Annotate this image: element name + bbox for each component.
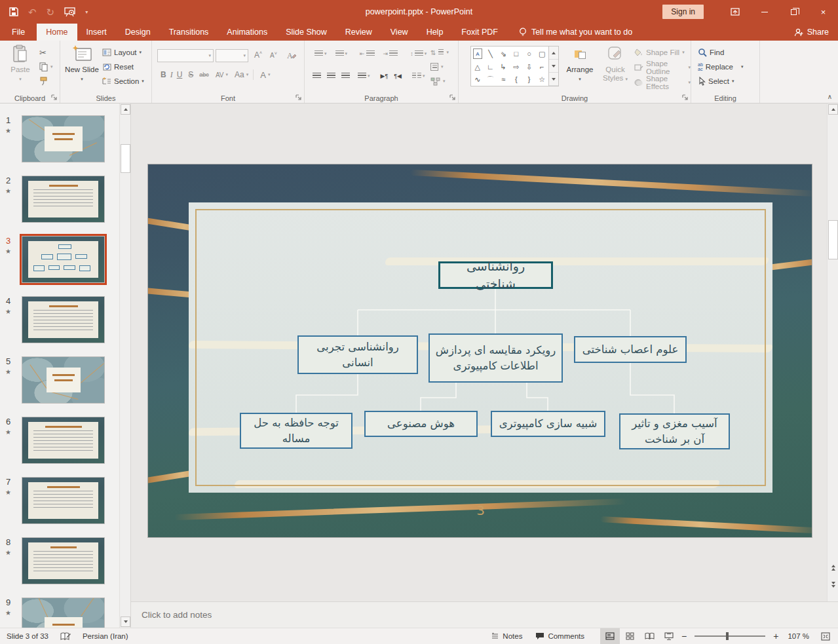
increase-indent-button[interactable]: ⇥ [381,49,400,58]
left-brace-shape-icon[interactable]: { [510,73,523,86]
org-node-attention-memory[interactable]: توجه حافظه به حل مساله [240,413,352,449]
scroll-up-icon[interactable] [828,104,838,115]
font-dialog-launcher-icon[interactable] [295,94,302,101]
slide-thumbnail-2[interactable] [22,176,105,223]
slide-canvas[interactable]: روانشناسی شناختی روانشناسی تجربی انسانی … [147,164,812,538]
tab-help[interactable]: Help [417,24,453,41]
clear-formatting-button[interactable]: A [286,48,296,62]
tab-insert[interactable]: Insert [77,24,116,41]
subscript-abc-button[interactable]: abc [197,71,211,78]
slide-sorter-view-button[interactable] [620,628,639,644]
customize-qat-icon[interactable]: ▾ [85,9,88,15]
previous-slide-icon[interactable] [828,562,838,573]
start-from-beginning-icon[interactable] [64,7,75,17]
drawing-dialog-launcher-icon[interactable] [682,94,689,101]
zoom-slider[interactable] [695,635,765,637]
share-button[interactable]: Share [794,24,829,41]
normal-view-button[interactable] [600,628,620,644]
align-center-icon[interactable] [327,73,335,79]
thumbnail-scrollbar[interactable] [119,104,130,628]
decrease-indent-button[interactable]: ⇤ [358,49,377,58]
rounded-rectangle-shape-icon[interactable]: ▢ [535,47,548,61]
font-color-button[interactable]: A [258,70,268,80]
down-arrow-shape-icon[interactable]: ⇩ [523,61,536,73]
next-slide-icon[interactable] [828,579,838,590]
shapes-more-icon[interactable] [549,73,558,86]
zoom-in-button[interactable]: + [771,631,781,641]
oval-shape-icon[interactable]: ○ [523,47,536,61]
zoom-out-button[interactable]: − [679,631,689,641]
bullets-button[interactable]: ▾ [313,49,329,58]
comments-toggle-button[interactable]: Comments [529,628,591,644]
change-case-button[interactable]: Aa [233,70,246,79]
right-brace-shape-icon[interactable]: } [523,73,536,86]
slide-thumbnail-4[interactable] [22,296,105,343]
org-node-artificial-intelligence[interactable]: هوش مصنوعی [364,411,478,437]
tab-transitions[interactable]: Transitions [160,24,218,41]
slide-thumbnail-3-selected[interactable] [22,236,105,283]
find-button[interactable]: Find [698,46,724,59]
quick-styles-button[interactable]: Quick Styles ▾ [598,44,633,83]
new-slide-button[interactable]: New Slide ▾ [64,44,100,83]
tab-design[interactable]: Design [116,24,160,41]
ltr-text-direction-button[interactable]: ▶¶ [381,73,389,79]
spellcheck-icon[interactable] [60,632,71,641]
tab-foxit-pdf[interactable]: Foxit PDF [452,24,507,41]
copy-button[interactable]: ▾ [39,60,53,73]
corner-shape-icon[interactable]: ⌐ [535,61,548,73]
collapse-ribbon-icon[interactable]: ∧ [828,93,832,100]
tab-file[interactable]: File [0,24,37,41]
shrink-font-button[interactable]: A˅ [268,48,279,62]
undo-icon[interactable]: ↶ [28,7,37,17]
rectangle-shape-icon[interactable]: □ [510,47,523,61]
replace-button[interactable]: abac Replace▾ [698,60,744,73]
sign-in-button[interactable]: Sign in [662,5,704,19]
line-spacing-button[interactable]: ↕▾ [408,49,429,58]
triangle-shape-icon[interactable]: △ [471,61,484,73]
editor-scrollbar-thumb[interactable] [828,220,838,259]
slide-thumbnail-5[interactable] [22,356,105,404]
zoom-slider-thumb[interactable] [726,632,729,640]
tab-slide-show[interactable]: Slide Show [276,24,336,41]
shapes-gallery[interactable]: A ╲ ⇘ □ ○ ▢ △ ∟ ↳ ⇨ ⇩ ⌐ ∿ ⌒ ≈ { } ☆ [470,46,549,86]
reading-view-button[interactable] [639,628,659,644]
slide-thumbnail-8[interactable] [22,537,105,584]
org-node-root[interactable]: روانشناسی شناختی [438,261,553,289]
zoom-level-button[interactable]: 107 % [781,628,816,644]
shapes-scroll-down-icon[interactable] [549,60,558,73]
slide-thumbnail-1[interactable] [22,115,105,162]
align-right-icon[interactable] [341,73,350,79]
notes-placeholder[interactable]: Click to add notes [142,610,212,620]
curve-shape-icon[interactable]: ≈ [497,73,510,86]
align-left-icon[interactable] [313,73,321,79]
character-spacing-button[interactable]: AV [214,71,226,79]
fit-to-window-icon[interactable] [816,628,835,644]
thumbnail-scroll-up-icon[interactable] [121,104,130,115]
tab-view[interactable]: View [381,24,417,41]
slide-thumbnail-7[interactable] [22,477,105,524]
org-node-cognitive-neuroscience[interactable]: علوم اعصاب شناختی [574,336,687,363]
paste-dropdown-icon[interactable]: ▾ [19,77,22,81]
tab-home[interactable]: Home [37,24,77,41]
close-button[interactable]: × [809,0,838,24]
tab-review[interactable]: Review [336,24,381,41]
line-shape-icon[interactable]: ╲ [484,47,497,61]
font-name-combobox[interactable]: ▾ [157,49,214,62]
columns-button[interactable]: ▾ [410,71,427,81]
reset-button[interactable]: Reset [102,60,134,73]
new-slide-dropdown-icon[interactable]: ▾ [81,77,83,81]
arc-shape-icon[interactable]: ⌒ [484,73,497,86]
italic-button[interactable]: I [168,70,175,80]
save-icon[interactable] [9,7,18,16]
section-button[interactable]: Section▾ [102,75,144,88]
paste-button[interactable]: Paste ▾ [3,44,38,83]
scribble-shape-icon[interactable]: ∿ [471,73,484,86]
org-node-comparative-approach[interactable]: رویکرد مقایسه ای پردازش اطلاعات کامپیوتر… [429,333,563,383]
thumbnail-scroll-down-icon[interactable] [121,616,130,627]
editor-scrollbar[interactable] [827,104,838,601]
restore-button[interactable] [779,0,809,24]
slide-thumbnail-9[interactable] [22,597,105,628]
shape-outline-button[interactable]: Shape Outline▾ [634,61,691,74]
minimize-button[interactable] [750,0,779,24]
align-text-button[interactable]: ▾ [430,60,444,73]
